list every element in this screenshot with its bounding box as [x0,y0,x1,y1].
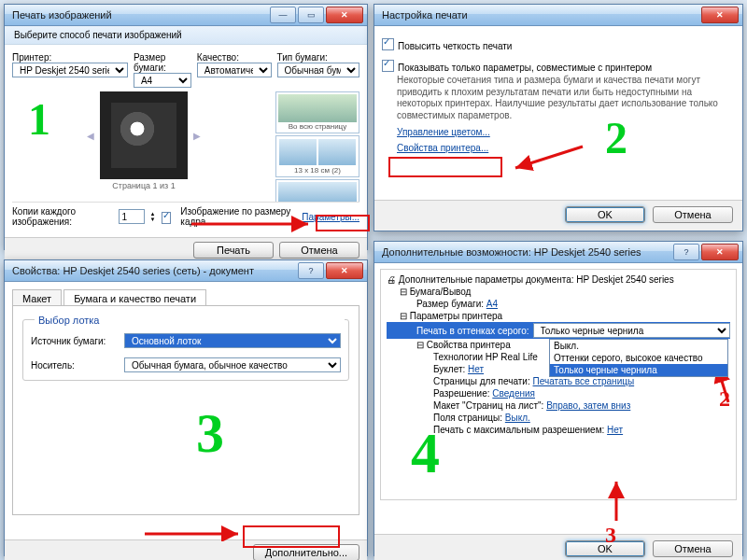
printer-properties-link[interactable]: Свойства принтера... [397,143,488,153]
ok-button[interactable]: OK [565,206,645,223]
tree-papersize[interactable]: Размер бумаги: A4 [387,298,730,310]
media-select[interactable]: Обычная бумага, обычное качество [124,357,341,372]
sharpen-checkbox[interactable] [382,38,394,50]
print-settings-window: Настройка печати ✕ Повысить четкость печ… [374,4,743,231]
papertype-label: Тип бумаги: [277,52,360,63]
copies-label: Копии каждого изображения: [12,206,113,227]
win2-title: Настройка печати [378,9,468,21]
media-label: Носитель: [31,360,124,371]
win1-heading: Выберите способ печати изображений [5,26,367,45]
win3-title: Свойства: HP Deskjet 2540 series (сеть) … [8,265,254,276]
win4-titlebar[interactable]: Дополнительные возможности: HP Deskjet 2… [374,242,742,263]
print-pictures-window: Печать изображений — ▭ ✕ Выберите способ… [4,4,368,250]
maximize-button[interactable]: ▭ [298,7,324,23]
prev-page-button[interactable]: ◀ [87,131,94,141]
gray-opt-highq[interactable]: Оттенки серого, высокое качество [550,352,727,364]
color-management-link[interactable]: Управление цветом... [397,127,490,137]
tab-paper-quality[interactable]: Бумага и качество печати [63,289,206,305]
ok-button[interactable]: OK [565,540,645,557]
help-button[interactable]: ? [298,262,324,279]
tree-paper[interactable]: ⊟ Бумага/Вывод [387,286,730,298]
close-button[interactable]: ✕ [326,7,363,23]
grayscale-select[interactable]: Только черные чернила [533,323,731,338]
paper-select[interactable]: A4 [134,73,191,88]
sharpen-label: Повысить четкость печати [398,41,512,51]
cancel-button[interactable]: Отмена [279,242,359,259]
copies-down[interactable]: ▼ [150,217,156,222]
close-button[interactable]: ✕ [326,262,363,279]
layout-20x25[interactable]: 20 x 25 см (1) [275,179,359,202]
page-counter: Страница 1 из 1 [112,181,175,190]
printer-label: Принтер: [12,52,128,63]
win2-titlebar[interactable]: Настройка печати ✕ [374,5,742,26]
tree-resolution[interactable]: Разрешение: Сведения [387,387,730,399]
tray-group-label: Выбор лотка [35,315,345,326]
printer-properties-window: Свойства: HP Deskjet 2540 series (сеть) … [4,259,368,556]
close-button[interactable]: ✕ [701,7,739,23]
paper-label: Размер бумаги: [134,52,191,73]
tree-margins[interactable]: Поля страницы: Выкл. [387,412,730,424]
tree-root: 🖨 Дополнительные параметры документа: HP… [387,273,730,286]
help-button[interactable]: ? [673,244,699,260]
tab-layout[interactable]: Макет [12,289,62,305]
layout-13x18[interactable]: 13 x 18 см (2) [275,135,359,177]
compatible-label: Показывать только параметры, совместимые… [398,63,652,73]
compatible-checkbox[interactable] [382,60,394,72]
tree-params[interactable]: ⊟ Параметры принтера [387,310,730,322]
source-select[interactable]: Основной лоток [124,333,341,348]
win1-titlebar[interactable]: Печать изображений — ▭ ✕ [5,5,367,26]
quality-select[interactable]: Автоматически [197,63,272,77]
next-page-button[interactable]: ▶ [193,131,201,141]
advanced-options-window: Дополнительные возможности: HP Deskjet 2… [374,241,743,556]
win1-title: Печать изображений [8,9,112,21]
printer-select[interactable]: HP Deskjet 2540 series (сеть) [12,63,128,77]
tree-maxdpi[interactable]: Печать с максимальным разрешением: Нет [387,424,730,436]
print-button[interactable]: Печать [193,242,274,259]
papertype-select[interactable]: Обычная бумага, обы [277,63,360,77]
copies-input[interactable] [119,209,145,224]
source-label: Источник бумаги: [31,336,124,346]
gray-opt-off[interactable]: Выкл. [550,340,727,352]
win4-title: Дополнительные возможности: HP Deskjet 2… [378,246,641,258]
advanced-button[interactable]: Дополнительно... [253,544,359,560]
grayscale-dropdown-list[interactable]: Выкл. Оттенки серого, высокое качество Т… [549,339,728,377]
preview-image [111,103,176,168]
cancel-button[interactable]: Отмена [653,206,733,223]
fit-checkbox[interactable] [162,212,172,224]
options-link[interactable]: Параметры... [302,212,359,222]
minimize-button[interactable]: — [270,7,296,23]
compat-note: Некоторые сочетания типа и размера бумаг… [397,75,735,121]
layout-fullpage[interactable]: Во всю страницу [275,91,359,133]
close-button[interactable]: ✕ [701,244,739,260]
cancel-button[interactable]: Отмена [653,540,733,557]
fit-label: Изображение по размеру кадра [180,206,290,227]
gray-opt-black[interactable]: Только черные чернила [550,364,727,376]
win3-titlebar[interactable]: Свойства: HP Deskjet 2540 series (сеть) … [5,260,367,282]
quality-label: Качество: [197,52,272,63]
tree-grayscale[interactable]: Печать в оттенках серого: Только черные … [387,322,730,339]
tree-nup[interactable]: Макет "Страниц на лист": Вправо, затем в… [387,399,730,412]
